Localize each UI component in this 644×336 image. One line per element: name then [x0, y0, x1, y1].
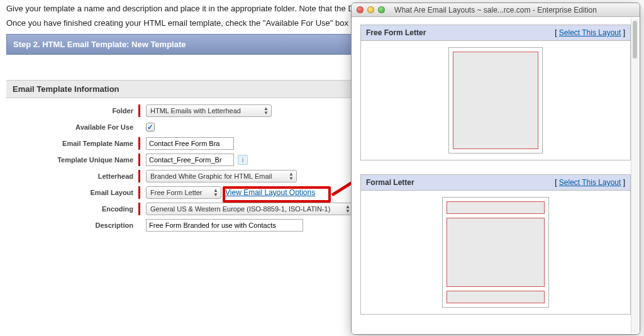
label-email-layout: Email Layout	[6, 189, 138, 196]
label-description: Description	[6, 221, 138, 229]
letterhead-select[interactable]: Branded White Graphic for HTML Email ▲▼	[146, 170, 297, 182]
preview-block	[453, 52, 538, 149]
select-layout-wrap: [ Select This Layout ]	[555, 178, 625, 187]
description-input[interactable]	[146, 219, 303, 232]
popup-title: What Are Email Layouts ~ sale...rce.com …	[352, 6, 640, 14]
minimize-window-icon[interactable]	[367, 6, 374, 13]
layout-option: Formal Letter [ Select This Layout ]	[360, 174, 631, 315]
layout-preview	[361, 41, 630, 160]
folder-select[interactable]: HTML Emails with Letterhead ▲▼	[146, 104, 272, 117]
preview-block	[447, 291, 545, 303]
required-indicator	[138, 137, 140, 150]
zoom-window-icon[interactable]	[378, 6, 385, 13]
scrollbar[interactable]	[631, 18, 638, 333]
close-window-icon[interactable]	[357, 6, 364, 13]
label-available: Available For Use	[6, 123, 138, 131]
preview-block	[447, 201, 545, 214]
label-encoding: Encoding	[6, 205, 138, 213]
info-button[interactable]: i	[238, 155, 248, 165]
label-template-name: Email Template Name	[6, 140, 138, 147]
preview-block	[447, 218, 545, 287]
layout-name: Free Form Letter	[366, 28, 426, 37]
available-checkbox[interactable]: ✓	[146, 123, 155, 132]
required-indicator	[138, 203, 140, 215]
popup-titlebar[interactable]: What Are Email Layouts ~ sale...rce.com …	[352, 3, 640, 17]
required-indicator	[138, 104, 140, 117]
label-letterhead: Letterhead	[6, 172, 138, 180]
label-folder: Folder	[6, 107, 138, 115]
required-indicator	[138, 170, 140, 182]
select-layout-link[interactable]: Select This Layout	[559, 178, 621, 187]
required-indicator	[138, 154, 140, 166]
layout-name: Formal Letter	[366, 178, 414, 187]
select-arrows-icon: ▲▼	[213, 188, 218, 197]
layout-popup-window: What Are Email Layouts ~ sale...rce.com …	[351, 3, 640, 335]
unique-name-input[interactable]	[146, 154, 234, 166]
folder-select-value: HTML Emails with Letterhead	[150, 107, 241, 115]
label-unique-name: Template Unique Name	[6, 156, 138, 164]
select-layout-link[interactable]: Select This Layout	[559, 28, 621, 37]
email-layout-value: Free Form Letter	[150, 189, 203, 196]
required-indicator	[138, 186, 140, 199]
scrollbar-thumb[interactable]	[633, 21, 637, 59]
encoding-value: General US & Western Europe (ISO-8859-1,…	[150, 205, 330, 213]
select-arrows-icon: ▲▼	[345, 204, 350, 213]
select-arrows-icon: ▲▼	[264, 106, 269, 115]
popup-body: Free Form Letter [ Select This Layout ] …	[352, 17, 640, 334]
select-arrows-icon: ▲▼	[289, 172, 294, 181]
layout-option: Free Form Letter [ Select This Layout ]	[360, 25, 631, 160]
email-layout-select[interactable]: Free Form Letter ▲▼	[146, 186, 221, 199]
checkmark-icon: ✓	[147, 123, 153, 132]
encoding-select[interactable]: General US & Western Europe (ISO-8859-1,…	[146, 203, 353, 215]
letterhead-select-value: Branded White Graphic for HTML Email	[150, 172, 272, 180]
layout-preview	[361, 191, 630, 314]
select-layout-wrap: [ Select This Layout ]	[555, 28, 625, 37]
template-name-input[interactable]	[146, 137, 234, 150]
view-layout-link[interactable]: View Email Layout Options	[225, 188, 315, 197]
